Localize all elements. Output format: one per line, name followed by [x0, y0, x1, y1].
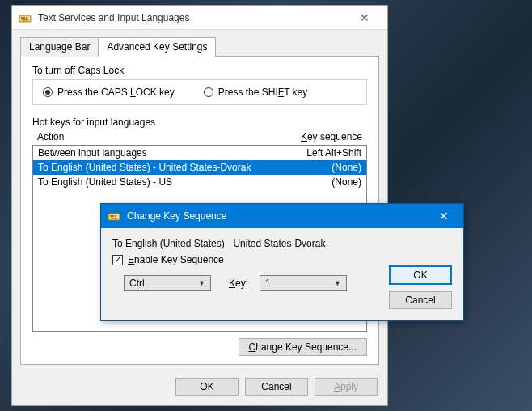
tab-advanced-key-settings[interactable]: Advanced Key Settings	[98, 37, 216, 57]
svg-rect-1	[21, 17, 23, 19]
chevron-down-icon: ▼	[334, 279, 341, 287]
modal-body: To English (United States) - United Stat…	[101, 228, 463, 320]
window-title: Text Services and Input Languages	[38, 12, 348, 23]
table-row[interactable]: To English (United States) - United Stat…	[33, 160, 366, 175]
row-action: To English (United States) - US	[38, 176, 331, 188]
radio-caps-lock-key[interactable]: Press the CAPS LOCK key	[43, 87, 175, 98]
close-icon[interactable]: ✕	[428, 210, 460, 222]
radio-dot-icon	[204, 87, 213, 97]
radio-dot-icon	[43, 87, 53, 97]
enable-key-sequence-checkbox[interactable]: ✓ Enable Key Sequence	[112, 254, 378, 265]
modal-buttons: OK Cancel	[389, 238, 452, 309]
radio-shift-key[interactable]: Press the SHIFT key	[204, 87, 308, 98]
key-selectors: Ctrl ▼ Key: 1 ▼	[112, 275, 378, 291]
checkbox-check-icon: ✓	[112, 255, 123, 265]
hotkey-headers: Action Key sequence	[32, 131, 367, 145]
capslock-group-label: To turn off Caps Lock	[32, 65, 367, 76]
cancel-button[interactable]: Cancel	[245, 378, 308, 396]
modifier-select[interactable]: Ctrl ▼	[124, 275, 211, 291]
radio-shift-label: Press the SHIFT key	[218, 87, 308, 98]
key-label: Key:	[229, 278, 248, 289]
dialog-footer: OK Cancel Apply	[12, 370, 387, 405]
cancel-button[interactable]: Cancel	[389, 291, 452, 309]
modal-content: To English (United States) - United Stat…	[112, 238, 378, 309]
svg-rect-3	[26, 17, 27, 19]
hotkeys-group-label: Hot keys for input languages	[32, 117, 367, 128]
enable-label: Enable Key Sequence	[128, 254, 224, 265]
svg-rect-4	[22, 19, 28, 21]
change-button-row: Change Key Sequence...	[32, 338, 367, 356]
svg-rect-7	[112, 215, 114, 217]
row-action: Between input languages	[38, 147, 306, 159]
svg-rect-9	[111, 218, 117, 219]
radio-caps-label: Press the CAPS LOCK key	[57, 87, 175, 98]
ok-button[interactable]: OK	[175, 378, 239, 396]
row-action: To English (United States) - United Stat…	[38, 162, 331, 173]
row-keyseq: Left Alt+Shift	[306, 147, 361, 159]
keyboard-icon	[19, 11, 32, 24]
header-action: Action	[37, 131, 301, 142]
titlebar: Text Services and Input Languages ✕	[12, 6, 387, 30]
tab-language-bar[interactable]: Language Bar	[20, 37, 99, 57]
key-value: 1	[265, 278, 334, 289]
table-row[interactable]: Between input languages Left Alt+Shift	[33, 146, 366, 160]
row-keyseq: (None)	[331, 162, 361, 173]
modifier-value: Ctrl	[129, 278, 198, 289]
header-key-sequence: Key sequence	[301, 131, 362, 142]
row-keyseq: (None)	[331, 176, 361, 188]
apply-button: Apply	[315, 378, 378, 396]
change-key-sequence-dialog: Change Key Sequence ✕ To English (United…	[100, 203, 464, 321]
svg-rect-2	[23, 17, 25, 19]
capslock-group: Press the CAPS LOCK key Press the SHIFT …	[32, 79, 367, 105]
svg-rect-8	[115, 215, 116, 217]
svg-rect-6	[110, 215, 112, 217]
modal-titlebar: Change Key Sequence ✕	[101, 204, 463, 228]
target-language-label: To English (United States) - United Stat…	[112, 238, 378, 249]
modal-title: Change Key Sequence	[127, 210, 428, 222]
close-icon[interactable]: ✕	[348, 11, 381, 24]
ok-button[interactable]: OK	[389, 265, 452, 285]
tab-strip: Language Bar Advanced Key Settings	[20, 36, 379, 56]
key-select[interactable]: 1 ▼	[260, 275, 347, 291]
change-key-sequence-button[interactable]: Change Key Sequence...	[239, 338, 367, 356]
table-row[interactable]: To English (United States) - US (None)	[33, 175, 366, 189]
chevron-down-icon: ▼	[198, 279, 205, 287]
keyboard-icon	[108, 210, 120, 222]
